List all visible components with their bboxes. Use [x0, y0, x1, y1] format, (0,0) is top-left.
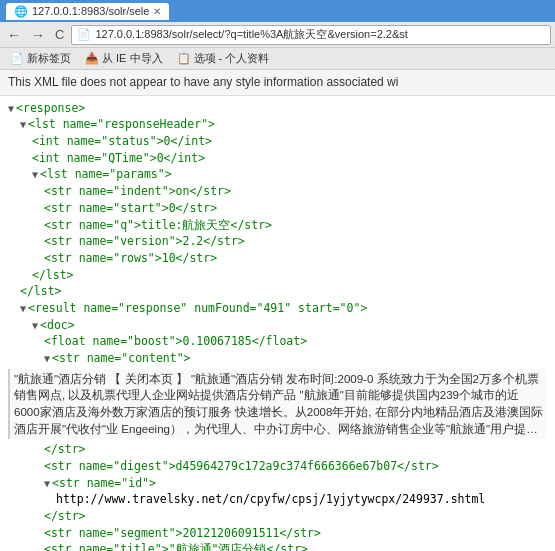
bookmark-icon-1: 📥: [85, 52, 99, 65]
xml-lst-close1: </lst>: [8, 267, 547, 284]
tab-icon: 🌐: [14, 5, 28, 18]
xml-str-id-open: ▼<str name="id">: [8, 475, 547, 492]
toggle-id[interactable]: ▼: [44, 477, 50, 492]
bookmark-label-2: 选项 - 个人资料: [194, 51, 270, 66]
xml-str-rows: <str name="rows">10</str>: [8, 250, 547, 267]
close-tab-button[interactable]: ✕: [153, 6, 161, 17]
xml-str-digest: <str name="digest">d45964279c172a9c374f6…: [8, 458, 547, 475]
xml-result-open: ▼<result name="response" numFound="491" …: [8, 300, 547, 317]
xml-str-version: <str name="version">2.2</str>: [8, 233, 547, 250]
xml-lst-params: ▼<lst name="params">: [8, 166, 547, 183]
xml-response-open: ▼<response>: [8, 100, 547, 117]
xml-str-id-close: </str>: [8, 508, 547, 525]
bookmark-label-1: 从 IE 中导入: [102, 51, 163, 66]
nav-bar: ← → C 📄 127.0.0.1:8983/solr/select/?q=ti…: [0, 22, 555, 48]
xml-content: ▼<response> ▼<lst name="responseHeader">…: [0, 96, 555, 551]
info-bar: This XML file does not appear to have an…: [0, 70, 555, 96]
bookmark-new-tab[interactable]: 📄 新标签页: [4, 49, 77, 68]
bookmark-icon-2: 📋: [177, 52, 191, 65]
toggle-content[interactable]: ▼: [44, 352, 50, 367]
bookmark-label-0: 新标签页: [27, 51, 71, 66]
browser-tab[interactable]: 🌐 127.0.0.1:8983/solr/sele ✕: [6, 3, 169, 20]
xml-str-id-val: http://www.travelsky.net/cn/cpyfw/cpsj/1…: [8, 491, 547, 508]
xml-str-title: <str name="title">"航旅通"酒店分销</str>: [8, 541, 547, 551]
title-bar: 🌐 127.0.0.1:8983/solr/sele ✕: [0, 0, 555, 22]
address-bar[interactable]: 📄 127.0.0.1:8983/solr/select/?q=title%3A…: [71, 25, 551, 45]
xml-str-segment: <str name="segment">20121206091511</str>: [8, 525, 547, 542]
tab-title: 127.0.0.1:8983/solr/sele: [32, 5, 149, 17]
xml-content-text: "航旅通"酒店分销 【 关闭本页 】 "航旅通"酒店分销 发布时间:2009-0…: [8, 369, 547, 440]
back-button[interactable]: ←: [4, 28, 24, 42]
toggle-doc[interactable]: ▼: [32, 319, 38, 334]
xml-int-qtime: <int name="QTime">0</int>: [8, 150, 547, 167]
bookmark-icon-0: 📄: [10, 52, 24, 65]
bookmark-import-ie[interactable]: 📥 从 IE 中导入: [79, 49, 169, 68]
xml-str-content-close: </str>: [8, 441, 547, 458]
address-text: 127.0.0.1:8983/solr/select/?q=title%3A航旅…: [95, 27, 407, 42]
xml-lst-responseheader: ▼<lst name="responseHeader">: [8, 116, 547, 133]
info-text: This XML file does not appear to have an…: [8, 75, 398, 89]
xml-str-indent: <str name="indent">on</str>: [8, 183, 547, 200]
xml-float-boost: <float name="boost">0.10067185</float>: [8, 333, 547, 350]
toggle-params[interactable]: ▼: [32, 168, 38, 183]
xml-doc-open: ▼<doc>: [8, 317, 547, 334]
toggle-result[interactable]: ▼: [20, 302, 26, 317]
xml-int-status: <int name="status">0</int>: [8, 133, 547, 150]
bookmark-options[interactable]: 📋 选项 - 个人资料: [171, 49, 276, 68]
forward-button[interactable]: →: [28, 28, 48, 42]
xml-str-q: <str name="q">title:航旅天空</str>: [8, 217, 547, 234]
xml-str-start: <str name="start">0</str>: [8, 200, 547, 217]
xml-lst-close2: </lst>: [8, 283, 547, 300]
toggle-response[interactable]: ▼: [8, 102, 14, 117]
page-icon: 📄: [77, 28, 91, 41]
bookmarks-bar: 📄 新标签页 📥 从 IE 中导入 📋 选项 - 个人资料: [0, 48, 555, 70]
xml-str-content-open: ▼<str name="content">: [8, 350, 547, 367]
toggle-lst-header[interactable]: ▼: [20, 118, 26, 133]
refresh-button[interactable]: C: [52, 28, 67, 41]
